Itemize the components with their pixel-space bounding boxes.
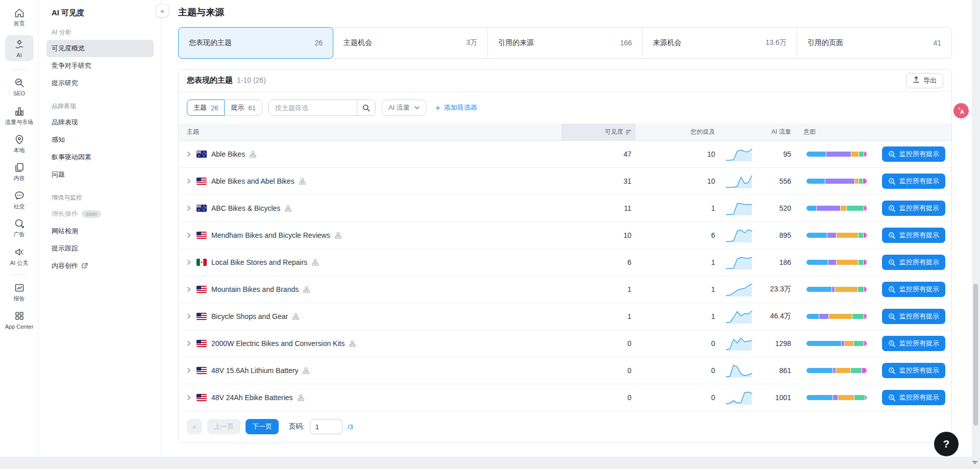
table-row[interactable]: 48V 15.6Ah Lithium Battery00861监控所有提示 <box>179 357 951 384</box>
expand-chevron-icon[interactable] <box>186 313 192 319</box>
sidebar-item[interactable]: 网站检测 <box>46 223 154 240</box>
rail-item-label: 首页 <box>14 20 25 27</box>
table-row[interactable]: Mountain Bikes and Brands1123.3万监控所有提示 <box>179 276 951 303</box>
tab-2[interactable]: 主题机会3万 <box>333 27 488 59</box>
tab-4[interactable]: 来源机会13.6万 <box>642 27 797 59</box>
table-row[interactable]: Able Bikes471095监控所有提示 <box>179 141 951 168</box>
reports-icon <box>14 282 25 293</box>
tab-1[interactable]: 您表现的主题26 <box>178 27 333 59</box>
monitor-prompts-button[interactable]: 监控所有提示 <box>882 174 945 189</box>
monitor-prompts-button[interactable]: 监控所有提示 <box>882 390 945 405</box>
column-header-traffic[interactable]: AI 流量 <box>758 124 795 140</box>
monitor-prompts-button[interactable]: 监控所有提示 <box>882 228 945 243</box>
monitor-prompts-button[interactable]: 监控所有提示 <box>882 309 945 324</box>
flag-icon-us <box>197 367 207 374</box>
table-row[interactable]: ABC Bikes & Bicycles111520监控所有提示 <box>179 195 951 222</box>
sidebar-collapse-button[interactable]: « <box>156 4 169 17</box>
segment-prompts[interactable]: 提示 61 <box>224 100 262 116</box>
rail-item-traffic-market[interactable]: 流量与市场 <box>4 106 35 126</box>
rail-item-content[interactable]: 内容 <box>4 162 35 182</box>
monitor-prompts-button[interactable]: 监控所有提示 <box>882 201 945 216</box>
rail-item-label: AI <box>16 52 21 59</box>
rail-item-seo[interactable]: SEO <box>4 77 35 97</box>
rail-item-reports[interactable]: 报告 <box>4 282 35 302</box>
monitor-prompts-button[interactable]: 监控所有提示 <box>882 146 945 162</box>
sidebar-item-label: 竞争对手研究 <box>52 61 91 70</box>
segment-topics[interactable]: 主题 26 <box>187 100 225 116</box>
sidebar-item[interactable]: 品牌表现 <box>46 114 154 131</box>
rail-item-ads[interactable]: 广告 <box>4 218 35 238</box>
vertical-scrollbar[interactable] <box>973 284 978 426</box>
intent-segment <box>806 395 832 400</box>
expand-chevron-icon[interactable] <box>186 151 192 157</box>
app-center-icon <box>14 310 25 322</box>
monitor-prompts-button[interactable]: 监控所有提示 <box>882 255 945 270</box>
topic-search-input[interactable] <box>269 100 357 115</box>
visibility-header-label: 可见度 <box>605 128 623 136</box>
expand-chevron-icon[interactable] <box>186 259 192 265</box>
previous-page-button[interactable]: 上一页 <box>207 419 240 434</box>
rail-item-app-center[interactable]: App Center <box>4 310 35 330</box>
expand-chevron-icon[interactable] <box>186 178 192 184</box>
monitor-prompts-label: 监控所有提示 <box>899 204 939 213</box>
table-row[interactable]: Local Bike Stores and Repairs61186监控所有提示 <box>179 249 951 276</box>
mentions-sparkline <box>719 389 758 406</box>
intent-segment <box>806 179 825 184</box>
column-header-visibility[interactable]: 可见度 <box>561 124 635 140</box>
column-header-topic[interactable]: 主题 <box>179 124 561 140</box>
sidebar-item[interactable]: 感知 <box>46 131 154 149</box>
topics-card: 您表现的主题1-10 (26) 导出 主题 26 提示 61 <box>178 69 952 443</box>
expand-chevron-icon[interactable] <box>186 286 192 292</box>
tab-5[interactable]: 引用的页面41 <box>797 27 952 59</box>
table-row[interactable]: Mendham Bikes and Bicycle Reviews106895监… <box>179 222 951 249</box>
first-page-button[interactable]: « <box>187 419 202 434</box>
rail-item-ai-pr[interactable]: AI 公关 <box>4 246 35 266</box>
expand-chevron-icon[interactable] <box>186 205 192 211</box>
rail-item-ai[interactable]: AI <box>5 35 34 61</box>
export-button[interactable]: 导出 <box>906 73 943 88</box>
next-page-button[interactable]: 下一页 <box>246 419 279 434</box>
flag-icon-mx <box>197 259 207 266</box>
table-row[interactable]: Able Bikes and Abel Bikes3110556监控所有提示 <box>179 168 951 195</box>
help-button[interactable]: ? <box>934 432 959 456</box>
sidebar-item[interactable]: 问题 <box>46 166 154 183</box>
sidebar-item[interactable]: 竞争对手研究 <box>46 57 154 75</box>
sidebar-item[interactable]: 提示研究 <box>46 75 154 92</box>
search-button[interactable] <box>357 100 375 115</box>
add-filter-button[interactable]: + 添加筛选器 <box>435 103 477 112</box>
table-row[interactable]: Bicycle Shops and Gear1146.4万监控所有提示 <box>179 303 951 330</box>
expand-chevron-icon[interactable] <box>186 232 192 238</box>
column-header-intent[interactable]: 意图 <box>795 124 873 140</box>
rail-item-local[interactable]: 本地 <box>4 134 35 154</box>
sidebar-sections: AI 分析可见度概览竞争对手研究提示研究品牌表现品牌表现感知叙事驱动因素问题增强… <box>46 25 154 275</box>
page-number-input[interactable] <box>310 419 342 434</box>
rail-item-social[interactable]: 社交 <box>4 190 35 210</box>
monitor-prompts-button[interactable]: 监控所有提示 <box>882 282 945 297</box>
mentions-sparkline <box>719 173 758 189</box>
monitor-prompts-button[interactable]: 监控所有提示 <box>882 363 945 378</box>
segment-topics-label: 主题 <box>193 103 207 112</box>
expand-chevron-icon[interactable] <box>186 367 192 374</box>
table-row[interactable]: 48V 24Ah Ebike Batteries001001监控所有提示 <box>179 384 951 411</box>
expand-chevron-icon[interactable] <box>186 394 192 401</box>
sidebar-item[interactable]: 提示跟踪 <box>46 240 154 257</box>
intent-segment <box>864 152 867 157</box>
scrollbar-down-arrow[interactable] <box>972 461 978 464</box>
sidebar-item[interactable]: 可见度概览 <box>46 40 154 57</box>
intent-bar <box>806 368 867 373</box>
sidebar-item[interactable]: 内容创作 <box>46 257 154 275</box>
table-row[interactable]: 2000W Electric Bikes and Conversion Kits… <box>179 330 951 357</box>
flag-icon-us <box>197 286 207 293</box>
monitor-prompts-button[interactable]: 监控所有提示 <box>882 336 945 351</box>
tab-3[interactable]: 引用的来源166 <box>487 27 643 59</box>
column-header-mentions[interactable]: 您的提及 <box>635 124 719 140</box>
intent-segment <box>806 287 831 292</box>
expand-chevron-icon[interactable] <box>186 340 192 347</box>
rail-item-home[interactable]: 首页 <box>4 7 35 27</box>
topic-cell: Mountain Bikes and Brands <box>179 285 561 293</box>
translate-badge[interactable]: A <box>953 103 969 118</box>
mentions-sparkline <box>719 362 758 379</box>
ai-traffic-dropdown[interactable]: AI 流量 <box>382 100 426 116</box>
sidebar-item[interactable]: 叙事驱动因素 <box>46 149 154 166</box>
magnifier-icon <box>888 394 896 402</box>
